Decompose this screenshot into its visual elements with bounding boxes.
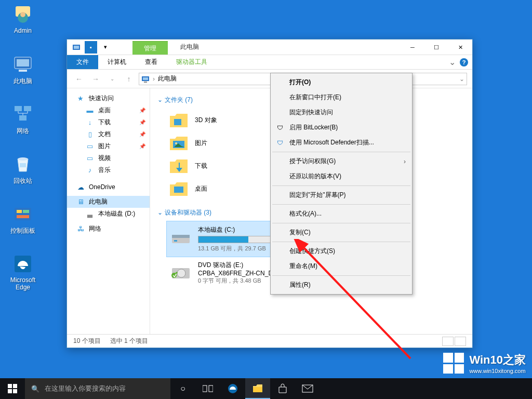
ribbon-tab-computer[interactable]: 计算机 [98,55,136,69]
sidebar-item-pictures[interactable]: ▭图片📌 [67,140,150,152]
svg-rect-26 [172,235,190,238]
sidebar-item-onedrive[interactable]: ☁OneDrive [67,181,150,193]
up-button[interactable]: ↑ [122,72,136,86]
folder-label: 图片 [195,139,207,148]
menu-item-copy[interactable]: 复制(C) [272,225,411,240]
menu-item-restore-versions[interactable]: 还原以前的版本(V) [272,169,411,184]
context-menu: 打开(O) 在新窗口中打开(E) 固定到快速访问 🛡启用 BitLocker(B… [270,73,413,295]
view-icons-button[interactable] [455,337,466,346]
desktop-icon-label: Admin [3,27,43,34]
svg-rect-38 [203,385,207,392]
sidebar-item-videos[interactable]: ▭视频 [67,152,150,164]
desktop-icon-edge[interactable]: Microsoft Edge [3,254,43,291]
statusbar: 10 个项目 选中 1 个项目 [67,334,472,348]
quick-btn[interactable]: ▾ [99,41,112,54]
sidebar-item-thispc[interactable]: 🖥此电脑 [67,196,150,208]
svg-rect-5 [19,70,27,72]
sidebar-item-label: 本地磁盘 (D:) [98,209,135,218]
folder-label: 3D 对象 [195,116,217,125]
desktop-icon-thispc[interactable]: 此电脑 [3,54,43,86]
sidebar-item-documents[interactable]: ▯文档📌 [67,128,150,140]
breadcrumb-item[interactable]: 此电脑 [158,74,177,83]
sidebar-item-label: 网络 [89,224,101,233]
desktop-icon-label: 此电脑 [3,77,43,86]
network-icon [12,104,33,125]
start-button[interactable] [0,378,25,399]
maximize-button[interactable]: ☐ [424,39,448,55]
pin-icon: 📌 [139,143,145,149]
menu-item-format[interactable]: 格式化(A)... [272,206,411,221]
forward-button[interactable]: → [89,72,102,86]
menu-item-pin-quickaccess[interactable]: 固定到快速访问 [272,105,411,120]
view-details-button[interactable] [442,337,454,346]
sidebar-item-label: 图片 [98,142,111,151]
pin-icon: 📌 [139,131,145,137]
svg-rect-37 [13,389,17,393]
menu-item-pin-start[interactable]: 固定到"开始"屏幕(P) [272,188,411,203]
minimize-button[interactable]: ─ [401,39,424,55]
close-button[interactable]: ✕ [448,39,472,55]
menu-item-open-new-window[interactable]: 在新窗口中打开(E) [272,90,411,105]
network-icon: 🖧 [76,225,85,233]
svg-rect-17 [74,46,79,49]
svg-point-23 [175,142,177,144]
ribbon-expand-icon[interactable]: ⌄ [449,57,456,67]
desktop-icon-controlpanel[interactable]: 控制面板 [3,204,43,235]
sidebar-item-label: 音乐 [98,166,111,175]
taskview-button[interactable] [195,378,220,399]
menu-item-bitlocker[interactable]: 🛡启用 BitLocker(B) [272,120,411,135]
sidebar-item-local-d[interactable]: ▃本地磁盘 (D:) [67,208,150,220]
computer-icon: 🖥 [76,198,85,206]
download-icon: ↓ [86,118,94,127]
ribbon-tab-drivetools[interactable]: 驱动器工具 [167,55,217,69]
menu-item-defender-scan[interactable]: 🛡使用 Microsoft Defender扫描... [272,135,411,150]
back-button[interactable]: ← [72,72,86,86]
menu-item-rename[interactable]: 重命名(M) [272,259,411,274]
dropdown-icon[interactable]: ⌄ [459,75,464,83]
svg-rect-11 [15,208,31,220]
svg-rect-27 [174,240,177,242]
svg-rect-14 [17,215,29,218]
watermark-title: Win10之家 [469,352,526,368]
menu-item-create-shortcut[interactable]: 创建快捷方式(S) [272,244,411,259]
sidebar-item-music[interactable]: ♪音乐 [67,164,150,176]
ribbon-tabs: 文件 计算机 查看 驱动器工具 ⌄ ? [67,55,472,70]
taskbar-mail[interactable] [295,378,320,399]
taskbar-search[interactable]: 🔍 在这里输入你要搜索的内容 [25,378,170,399]
controlpanel-icon [12,204,33,224]
search-icon: 🔍 [31,385,39,393]
desktop-icon-admin[interactable]: Admin [3,4,43,34]
svg-rect-7 [24,106,31,111]
titlebar[interactable]: ▪ ▾ 管理 此电脑 ─ ☐ ✕ [67,39,472,55]
computer-icon [141,75,150,83]
help-icon[interactable]: ? [460,58,468,66]
svg-rect-10 [20,163,26,167]
menu-item-open[interactable]: 打开(O) [272,75,411,90]
sidebar-item-network[interactable]: 🖧网络 [67,223,150,235]
taskbar-edge[interactable] [220,378,245,399]
menu-item-properties[interactable]: 属性(R) [272,277,411,292]
menu-item-grant-access[interactable]: 授予访问权限(G)› [272,154,411,169]
ribbon-tab-file[interactable]: 文件 [67,55,98,69]
sidebar-item-quickaccess[interactable]: ★快速访问 [67,92,150,104]
cortana-button[interactable]: ○ [170,378,195,399]
menu-separator [272,223,410,223]
desktop-icon-label: 网络 [3,127,43,136]
pin-icon: 📌 [139,108,145,113]
sidebar-item-downloads[interactable]: ↓下载📌 [67,116,150,128]
menu-separator [272,275,410,276]
svg-rect-4 [17,59,29,66]
taskbar-explorer[interactable] [245,378,270,399]
quick-btn[interactable]: ▪ [85,41,97,54]
manage-contextual-tab[interactable]: 管理 [132,41,168,55]
watermark: Win10之家 www.win10xitong.com [443,352,526,374]
drive-icon [170,225,192,247]
ribbon-tab-view[interactable]: 查看 [136,55,167,69]
taskbar-store[interactable] [270,378,295,399]
status-item-count: 10 个项目 [73,337,101,345]
sidebar-item-desktop[interactable]: ▬桌面📌 [67,104,150,116]
desktop-icon-recyclebin[interactable]: 回收站 [3,154,43,185]
desktop-icon-network[interactable]: 网络 [3,104,43,136]
recent-dropdown[interactable]: ⌄ [105,72,119,86]
svg-rect-13 [23,210,29,213]
